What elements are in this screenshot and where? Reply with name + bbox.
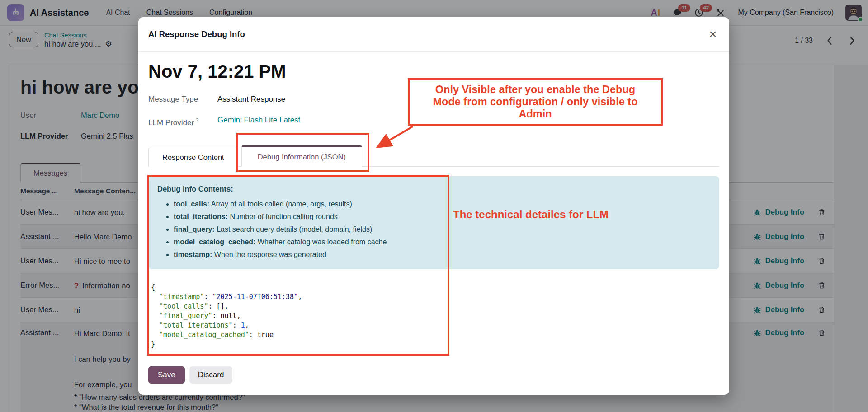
alert-item: final_query: Last search query details (… <box>174 223 710 236</box>
message-type-label: Message Type <box>148 94 217 105</box>
save-button[interactable]: Save <box>148 366 185 384</box>
record-date: Nov 7, 12:21 PM <box>148 61 719 82</box>
message-type-value: Assistant Response <box>217 94 285 105</box>
debug-info-alert: Debug Info Contents: tool_calls: Array o… <box>148 176 719 269</box>
llm-provider-label: LLM Provider? <box>148 115 217 128</box>
modal-header: AI Response Debug Info × <box>138 17 729 52</box>
debug-info-modal: AI Response Debug Info × Nov 7, 12:21 PM… <box>138 17 729 395</box>
modal-title: AI Response Debug Info <box>148 29 245 39</box>
alert-item: model_catalog_cached: Whether catalog wa… <box>174 236 710 248</box>
alert-item: timestamp: When the response was generat… <box>174 248 710 261</box>
tab-response-content[interactable]: Response Content <box>148 148 238 167</box>
close-icon[interactable]: × <box>709 28 717 41</box>
discard-button[interactable]: Discard <box>189 366 233 384</box>
alert-list: tool_calls: Array of all tools called (n… <box>157 198 710 261</box>
alert-title: Debug Info Contents: <box>157 183 710 195</box>
tab-debug-information-json[interactable]: Debug Information (JSON) <box>241 145 362 167</box>
modal-footer: Save Discard <box>148 366 719 393</box>
json-code-block: { "timestamp": "2025-11-07T06:51:38", "t… <box>148 280 719 349</box>
alert-item: tool_calls: Array of all tools called (n… <box>174 198 710 211</box>
modal-body: Nov 7, 12:21 PM Message Type Assistant R… <box>138 61 729 393</box>
help-icon: ? <box>196 117 198 123</box>
alert-item: total_iterations: Number of function cal… <box>174 211 710 223</box>
llm-provider-link[interactable]: Gemini Flash Lite Latest <box>217 115 300 128</box>
modal-tab-strip: Response Content Debug Information (JSON… <box>148 145 719 167</box>
